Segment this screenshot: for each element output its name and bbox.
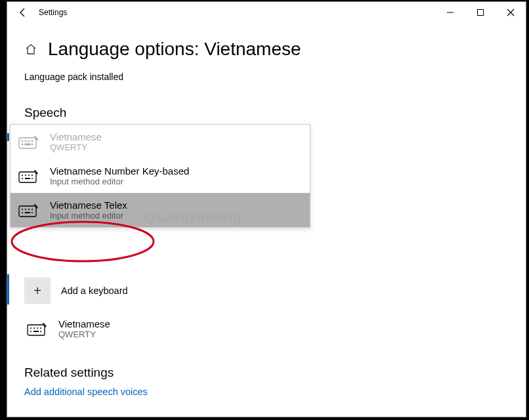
svg-rect-26 <box>25 178 30 179</box>
svg-point-4 <box>33 327 35 329</box>
flyout-item-texts: Vietnamese Telex Input method editor <box>50 200 127 220</box>
svg-point-14 <box>28 140 30 142</box>
svg-point-9 <box>40 331 41 332</box>
page-title: Language options: Vietnamese <box>48 39 301 60</box>
home-icon[interactable] <box>24 43 37 56</box>
maximize-button[interactable] <box>465 2 496 23</box>
flyout-item-label: Vietnamese Telex <box>50 200 127 211</box>
svg-point-16 <box>22 144 23 145</box>
keyboard-icon <box>27 321 48 337</box>
flyout-item-vietnamese-qwerty: Vietnamese QWERTY <box>11 125 310 159</box>
plus-icon: + <box>24 278 51 304</box>
keyboard-flyout: Vietnamese QWERTY Vietnamese Number Key-… <box>10 124 310 228</box>
svg-point-10 <box>45 326 47 327</box>
svg-point-32 <box>28 209 30 210</box>
svg-point-13 <box>25 140 26 142</box>
svg-rect-11 <box>19 138 36 148</box>
add-voices-link[interactable]: Add additional speech voices <box>24 387 526 397</box>
add-keyboard-label: Add a keyboard <box>61 285 128 296</box>
svg-point-3 <box>30 327 32 329</box>
page-header: Language options: Vietnamese <box>24 39 526 60</box>
svg-point-28 <box>36 173 38 175</box>
svg-rect-1 <box>478 10 484 16</box>
window-title: Settings <box>39 8 67 17</box>
svg-rect-35 <box>25 212 30 213</box>
settings-window: Settings Language options: Vietnamese La… <box>7 1 526 417</box>
svg-point-31 <box>25 209 26 210</box>
svg-point-5 <box>37 327 38 329</box>
window-controls <box>435 2 526 23</box>
svg-point-30 <box>22 209 23 210</box>
svg-point-15 <box>32 140 33 142</box>
flyout-item-vietnamese-telex[interactable]: Vietnamese Telex Input method editor <box>11 193 310 227</box>
svg-point-12 <box>22 140 23 142</box>
svg-point-6 <box>40 327 41 329</box>
svg-point-34 <box>22 212 23 213</box>
svg-point-23 <box>28 175 30 176</box>
svg-rect-20 <box>19 172 36 182</box>
flyout-item-sublabel: Input method editor <box>50 177 189 186</box>
svg-point-21 <box>22 175 23 176</box>
language-pack-status: Language pack installed <box>24 72 526 82</box>
speech-heading: Speech <box>24 106 526 120</box>
keyboard-icon <box>18 134 39 150</box>
installed-keyboard-sublabel: QWERTY <box>58 329 110 339</box>
svg-point-37 <box>36 207 38 209</box>
installed-keyboard-item[interactable]: Vietnamese QWERTY <box>27 318 526 339</box>
installed-keyboard-texts: Vietnamese QWERTY <box>58 318 110 339</box>
svg-point-33 <box>32 209 33 210</box>
svg-point-27 <box>32 178 33 179</box>
flyout-item-sublabel: Input method editor <box>50 211 127 220</box>
svg-point-19 <box>36 138 38 140</box>
back-button[interactable] <box>7 2 39 23</box>
svg-point-25 <box>22 178 23 179</box>
svg-point-24 <box>32 175 33 176</box>
titlebar: Settings <box>7 2 526 23</box>
svg-rect-8 <box>33 331 39 332</box>
flyout-item-label: Vietnamese Number Key-based <box>50 165 189 177</box>
svg-point-36 <box>32 212 33 213</box>
installed-keyboard-label: Vietnamese <box>58 318 110 329</box>
svg-point-7 <box>30 331 32 332</box>
flyout-item-texts: Vietnamese Number Key-based Input method… <box>50 165 189 186</box>
flyout-item-vietnamese-number-key[interactable]: Vietnamese Number Key-based Input method… <box>11 159 310 193</box>
flyout-item-sublabel: QWERTY <box>50 142 102 152</box>
svg-point-18 <box>32 144 33 145</box>
svg-rect-29 <box>19 206 36 217</box>
close-button[interactable] <box>496 2 526 23</box>
keyboard-icon <box>18 168 39 184</box>
keyboard-icon <box>18 202 39 218</box>
related-settings-heading: Related settings <box>24 366 526 380</box>
svg-rect-17 <box>25 144 30 145</box>
minimize-button[interactable] <box>435 2 465 23</box>
svg-point-22 <box>25 175 26 176</box>
svg-rect-2 <box>28 325 45 335</box>
flyout-item-texts: Vietnamese QWERTY <box>50 131 102 152</box>
add-keyboard-button[interactable]: + Add a keyboard <box>24 278 526 304</box>
flyout-item-label: Vietnamese <box>50 131 102 142</box>
